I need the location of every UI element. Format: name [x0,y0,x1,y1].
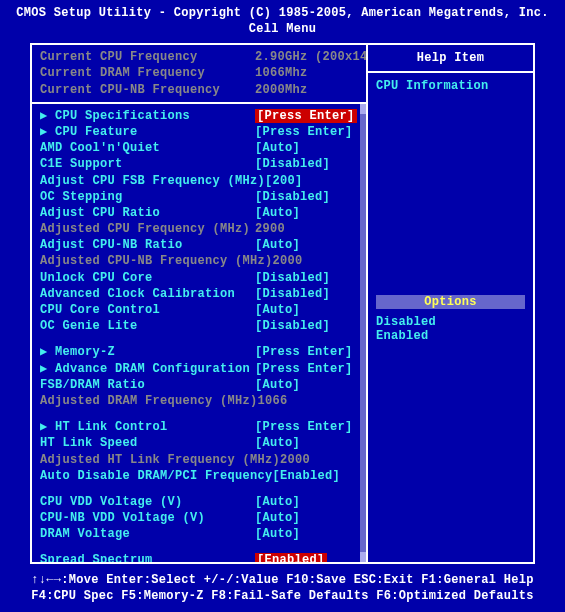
setting-row[interactable]: DRAM Voltage[Auto] [40,526,358,542]
setting-row[interactable]: Auto Disable DRAM/PCI Frequency[Enabled] [40,468,358,484]
setting-value: [Disabled] [255,270,358,286]
setting-value: [Auto] [255,526,358,542]
setting-row[interactable]: ▶ CPU Specifications[Press Enter] [40,108,358,124]
setting-row[interactable]: C1E Support[Disabled] [40,156,358,172]
settings-list[interactable]: ▶ CPU Specifications[Press Enter]▶ CPU F… [32,104,366,562]
help-panel: Help Item CPU Information Options Disabl… [368,45,533,561]
setting-label: FSB/DRAM Ratio [40,377,255,393]
setting-row[interactable]: CPU VDD Voltage (V)[Auto] [40,494,358,510]
title-line2: Cell Menu [0,22,565,38]
bios-window: CMOS Setup Utility - Copyright (C) 1985-… [0,0,565,612]
setting-row[interactable]: FSB/DRAM Ratio[Auto] [40,377,358,393]
setting-value: [Disabled] [255,156,358,172]
setting-label: Unlock CPU Core [40,270,255,286]
scrollbar[interactable] [360,104,366,562]
setting-value: [200] [265,173,358,189]
setting-row[interactable]: HT Link Speed[Auto] [40,435,358,451]
setting-label: ▶ HT Link Control [40,419,255,435]
setting-value: [Press Enter] [255,361,358,377]
main-area: Current CPU Frequency 2.90GHz (200x14.5)… [30,43,535,563]
setting-label: HT Link Speed [40,435,255,451]
setting-label: AMD Cool'n'Quiet [40,140,255,156]
setting-row[interactable]: Spread Spectrum[Enabled] [40,552,358,561]
status-value: 2.90GHz (200x14.5) [255,49,368,65]
setting-row: Adjusted DRAM Frequency (MHz)1066 [40,393,358,409]
setting-label: CPU VDD Voltage (V) [40,494,255,510]
help-body: CPU Information Options Disabled Enabled [368,73,533,561]
setting-label: ▶ CPU Feature [40,124,255,140]
setting-value: [Auto] [255,435,358,451]
setting-label: Adjusted CPU-NB Frequency (MHz) [40,253,273,269]
status-value: 2000Mhz [255,82,358,98]
options-header: Options [376,295,525,309]
help-title: Help Item [368,45,533,73]
setting-value: [Auto] [255,377,358,393]
setting-row[interactable]: AMD Cool'n'Quiet[Auto] [40,140,358,156]
setting-label: OC Stepping [40,189,255,205]
section-gap [40,542,358,552]
status-box: Current CPU Frequency 2.90GHz (200x14.5)… [32,45,366,104]
section-gap [40,484,358,494]
status-cpu-freq: Current CPU Frequency 2.90GHz (200x14.5) [40,49,358,65]
setting-label: Spread Spectrum [40,552,255,561]
setting-value: 2900 [255,221,358,237]
setting-value: 2000 [273,253,358,269]
setting-row[interactable]: OC Stepping[Disabled] [40,189,358,205]
help-text: CPU Information [376,79,525,93]
scroll-up-arrow[interactable] [360,104,366,114]
setting-label: Adjust CPU FSB Frequency (MHz) [40,173,265,189]
setting-label: C1E Support [40,156,255,172]
setting-label: Adjusted HT Link Frequency (MHz) [40,452,280,468]
setting-value: 2000 [280,452,358,468]
title-line1: CMOS Setup Utility - Copyright (C) 1985-… [0,6,565,22]
footer-help: ↑↓←→:Move Enter:Select +/-/:Value F10:Sa… [0,568,565,612]
setting-value: [Enabled] [255,552,358,561]
setting-label: Adjust CPU-NB Ratio [40,237,255,253]
section-gap [40,409,358,419]
setting-row[interactable]: CPU Core Control[Auto] [40,302,358,318]
setting-row: Adjusted CPU Frequency (MHz)2900 [40,221,358,237]
setting-value: [Press Enter] [255,124,358,140]
setting-value: [Press Enter] [255,344,358,360]
section-gap [40,334,358,344]
setting-row: Adjusted HT Link Frequency (MHz)2000 [40,452,358,468]
setting-value: [Auto] [255,494,358,510]
setting-row[interactable]: ▶ Advance DRAM Configuration[Press Enter… [40,361,358,377]
sections-container: ▶ CPU Specifications[Press Enter]▶ CPU F… [40,108,358,562]
setting-label: CPU-NB VDD Voltage (V) [40,510,255,526]
scroll-down-arrow[interactable] [360,552,366,562]
scroll-thumb[interactable] [360,114,366,552]
status-label: Current CPU Frequency [40,49,255,65]
status-dram-freq: Current DRAM Frequency 1066Mhz [40,65,358,81]
setting-label: ▶ Advance DRAM Configuration [40,361,255,377]
setting-row[interactable]: Unlock CPU Core[Disabled] [40,270,358,286]
setting-value: [Disabled] [255,318,358,334]
setting-value: [Press Enter] [255,108,358,124]
setting-value: [Disabled] [255,189,358,205]
setting-row[interactable]: CPU-NB VDD Voltage (V)[Auto] [40,510,358,526]
title-bar: CMOS Setup Utility - Copyright (C) 1985-… [0,0,565,41]
setting-label: Advanced Clock Calibration [40,286,255,302]
setting-row[interactable]: ▶ HT Link Control[Press Enter] [40,419,358,435]
setting-value: 1066 [258,393,358,409]
setting-label: Adjust CPU Ratio [40,205,255,221]
option-item: Enabled [376,329,525,343]
setting-row[interactable]: Adjust CPU FSB Frequency (MHz)[200] [40,173,358,189]
setting-label: Adjusted DRAM Frequency (MHz) [40,393,258,409]
setting-row[interactable]: ▶ Memory-Z[Press Enter] [40,344,358,360]
setting-row[interactable]: Adjust CPU-NB Ratio[Auto] [40,237,358,253]
setting-row[interactable]: Adjust CPU Ratio[Auto] [40,205,358,221]
setting-label: Auto Disable DRAM/PCI Frequency [40,468,273,484]
setting-label: CPU Core Control [40,302,255,318]
setting-label: OC Genie Lite [40,318,255,334]
setting-value: [Auto] [255,510,358,526]
setting-label: ▶ CPU Specifications [40,108,255,124]
status-cpunb-freq: Current CPU-NB Frequency 2000Mhz [40,82,358,98]
setting-row[interactable]: ▶ CPU Feature[Press Enter] [40,124,358,140]
footer-line2: F4:CPU Spec F5:Memory-Z F8:Fail-Safe Def… [0,588,565,604]
setting-row[interactable]: OC Genie Lite[Disabled] [40,318,358,334]
setting-value: [Disabled] [255,286,358,302]
status-value: 1066Mhz [255,65,358,81]
settings-panel: Current CPU Frequency 2.90GHz (200x14.5)… [32,45,368,561]
setting-row[interactable]: Advanced Clock Calibration[Disabled] [40,286,358,302]
